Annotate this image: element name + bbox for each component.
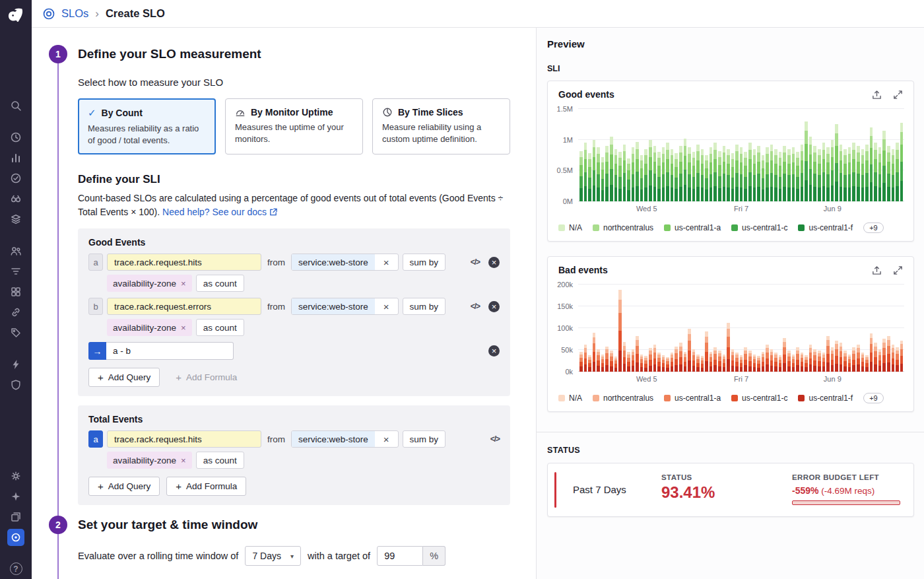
bar[interactable] — [718, 285, 721, 372]
datadog-logo[interactable] — [0, 0, 32, 30]
bar[interactable] — [731, 285, 735, 372]
bar[interactable] — [861, 109, 865, 201]
bar[interactable] — [623, 285, 626, 372]
bar[interactable] — [792, 109, 795, 201]
sum-by-button[interactable]: sum by — [403, 298, 446, 315]
bar[interactable] — [727, 109, 730, 201]
workflows-gear-icon[interactable] — [0, 465, 32, 486]
bar[interactable] — [766, 285, 769, 372]
bar[interactable] — [584, 285, 587, 372]
ci-lightning-icon[interactable] — [0, 354, 32, 374]
bar[interactable] — [688, 285, 691, 372]
bar[interactable] — [657, 285, 661, 372]
bar[interactable] — [605, 109, 609, 201]
as-count-button[interactable]: as count — [196, 275, 244, 292]
bar[interactable] — [857, 285, 860, 372]
export-icon[interactable] — [872, 265, 882, 275]
bar[interactable] — [874, 285, 877, 372]
legend-item[interactable]: N/A — [558, 393, 582, 403]
bar[interactable] — [874, 109, 877, 201]
bar[interactable] — [870, 285, 873, 372]
bar[interactable] — [679, 285, 682, 372]
bar[interactable] — [840, 285, 843, 372]
metric-input[interactable]: trace.rack.request.errors — [107, 298, 261, 315]
bar[interactable] — [723, 109, 726, 201]
bar[interactable] — [861, 285, 865, 372]
bar[interactable] — [865, 109, 869, 201]
method-card-by-monitor-uptime[interactable]: By Monitor Uptime Measures the uptime of… — [225, 98, 363, 154]
bar[interactable] — [813, 109, 816, 201]
bar[interactable] — [601, 285, 605, 372]
bar[interactable] — [762, 285, 765, 372]
bar[interactable] — [748, 285, 752, 372]
bar[interactable] — [757, 285, 760, 372]
bar[interactable] — [826, 109, 830, 201]
bar[interactable] — [640, 109, 644, 201]
bar[interactable] — [701, 109, 704, 201]
remove-filter-icon[interactable]: × — [375, 254, 398, 270]
remove-formula-icon[interactable]: × — [488, 345, 500, 357]
bar[interactable] — [805, 285, 808, 372]
method-card-by-count[interactable]: ✓By Count Measures reliability as a rati… — [78, 98, 216, 154]
remove-group-icon[interactable]: × — [181, 323, 186, 333]
filter-box[interactable]: service:web-store × — [291, 254, 399, 271]
bar[interactable] — [644, 109, 647, 201]
bar[interactable] — [653, 109, 657, 201]
bar[interactable] — [713, 109, 717, 201]
bar[interactable] — [671, 285, 674, 372]
bar[interactable] — [588, 109, 591, 201]
bar[interactable] — [636, 109, 639, 201]
slos-app-icon-active[interactable] — [0, 527, 32, 547]
bar[interactable] — [882, 109, 886, 201]
filter-box[interactable]: service:web-store × — [291, 430, 399, 448]
bar[interactable] — [809, 109, 812, 201]
bar[interactable] — [801, 285, 804, 372]
bar[interactable] — [636, 285, 639, 372]
monitors-icon[interactable] — [0, 168, 32, 188]
bar[interactable] — [605, 285, 609, 372]
bar[interactable] — [679, 109, 682, 201]
bar[interactable] — [835, 109, 838, 201]
legend-item[interactable]: northcentralus — [593, 393, 653, 403]
query-letter-a[interactable]: a — [88, 430, 103, 448]
group-by-chip[interactable]: availability-zone × — [107, 275, 192, 292]
bar[interactable] — [701, 285, 704, 372]
group-by-chip[interactable]: availability-zone × — [107, 319, 192, 336]
bar[interactable] — [632, 109, 635, 201]
bar[interactable] — [770, 109, 774, 201]
bar[interactable] — [774, 109, 777, 201]
remove-filter-icon[interactable]: × — [375, 431, 398, 447]
filter-chip[interactable]: service:web-store — [292, 254, 375, 270]
bar[interactable] — [774, 285, 777, 372]
bar[interactable] — [627, 109, 630, 201]
legend-item[interactable]: us-central1-a — [664, 223, 721, 232]
add-formula-button[interactable]: +Add Formula — [166, 477, 246, 496]
bar[interactable] — [843, 285, 847, 372]
expand-icon[interactable] — [893, 90, 903, 100]
bar[interactable] — [640, 285, 644, 372]
code-icon[interactable]: </> — [471, 257, 480, 267]
bar[interactable] — [666, 285, 669, 372]
bar[interactable] — [892, 285, 895, 372]
bar[interactable] — [593, 109, 596, 201]
metrics-icon[interactable] — [0, 147, 32, 168]
bar[interactable] — [826, 285, 830, 372]
integrations-icon[interactable] — [0, 302, 32, 322]
pipelines-icon[interactable] — [0, 261, 32, 281]
bar[interactable] — [843, 109, 847, 201]
bar[interactable] — [614, 285, 618, 372]
bar[interactable] — [740, 109, 743, 201]
filter-chip[interactable]: service:web-store — [292, 431, 375, 447]
bar[interactable] — [584, 109, 587, 201]
target-input[interactable]: 99 — [377, 546, 423, 566]
legend-item[interactable]: us-central1-c — [731, 223, 787, 232]
remove-filter-icon[interactable]: × — [375, 298, 398, 314]
bar[interactable] — [779, 109, 782, 201]
bar[interactable] — [627, 285, 630, 372]
bar[interactable] — [623, 109, 626, 201]
time-window-select[interactable]: 7 Days ▾ — [245, 546, 301, 566]
bar[interactable] — [731, 109, 735, 201]
bar[interactable] — [723, 285, 726, 372]
bar[interactable] — [727, 285, 730, 372]
bar[interactable] — [649, 109, 652, 201]
